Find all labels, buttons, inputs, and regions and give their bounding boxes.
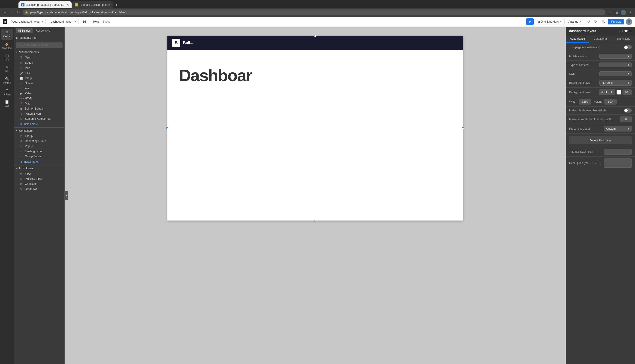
tab-appearance[interactable]: Appearance [566, 35, 589, 43]
preset-page-width-dropdown[interactable]: Custom ▼ [604, 126, 632, 132]
type-of-content-arrow: ▼ [627, 64, 630, 66]
tab-transitions[interactable]: Transitions [612, 35, 635, 43]
grid-arrow: ▼ [560, 20, 562, 23]
canvas-selection-handle-rm[interactable] [462, 127, 464, 129]
element-item-checkbox[interactable]: ☑ Checkbox [14, 181, 64, 186]
element-item-group[interactable]: □ Group [14, 134, 64, 139]
min-width-input[interactable]: 0 [620, 116, 632, 122]
sidebar-item-settings[interactable]: ⚙ Settings [1, 86, 13, 97]
profile-icon[interactable]: 👤 [621, 10, 626, 15]
help-button[interactable]: Help [91, 19, 101, 24]
element-item-input[interactable]: ▭ Input [14, 171, 64, 176]
tab2-close[interactable]: ✕ [108, 4, 110, 6]
sidebar-item-logs[interactable]: 📋 Logs [1, 98, 13, 109]
refresh-button[interactable]: ↻ [16, 10, 21, 15]
canvas-content: B Buil... Dashboar [65, 27, 566, 364]
shape-element-label: Shape [25, 82, 33, 85]
sidebar-item-design[interactable]: ⊞ Design [1, 28, 13, 40]
panel-collapse-toggle[interactable]: ◀ [65, 191, 68, 200]
element-item-group-focus[interactable]: □ Group Focus [14, 154, 64, 159]
element-item-materialicon[interactable]: ◇ Material Icon [14, 111, 64, 116]
sidebar-item-styles[interactable]: ✏ Styles [1, 63, 13, 74]
element-item-builtonbubble[interactable]: B Built on Bubble [14, 106, 64, 111]
style-dropdown[interactable]: ▼ [599, 71, 632, 76]
element-item-image[interactable]: ⬜ Image [14, 76, 64, 81]
tab-responsive[interactable]: Responsive [34, 28, 53, 33]
element-item-search[interactable]: □ Search & Autocorrect [14, 116, 64, 121]
install-more-visual[interactable]: ⊕ Install more... [14, 121, 64, 127]
help-icon[interactable]: ? [618, 29, 620, 33]
fixed-width-toggle[interactable] [624, 108, 632, 112]
element-item-repeating-group[interactable]: ⊞ Repeating Group [14, 139, 64, 144]
native-app-toggle[interactable] [624, 45, 632, 49]
input-forms-header[interactable]: ▼ Input forms [14, 166, 64, 171]
element-item-text[interactable]: T Text [14, 55, 64, 60]
design-label: Design [3, 35, 11, 38]
sidebar-item-data[interactable]: ◫ Data [1, 52, 13, 63]
redo-button[interactable]: ↻ [592, 18, 599, 25]
page-canvas[interactable]: B Buil... Dashboar [167, 36, 463, 220]
element-item-icon[interactable]: ☆ Icon [14, 65, 64, 70]
arrange-button[interactable]: Arrange ▼ [566, 19, 584, 24]
element-item-html[interactable]: </> HTML [14, 96, 64, 101]
elements-search-input[interactable] [16, 42, 63, 48]
background-color-opacity[interactable]: 100 [622, 90, 632, 95]
install-more-containers[interactable]: ⊕ Install more... [14, 159, 64, 164]
element-item-popup[interactable]: □ Popup [14, 144, 64, 149]
forward-button[interactable]: → [9, 10, 14, 15]
undo-button[interactable]: ↺ [585, 18, 592, 25]
visual-elements-header[interactable]: ▼ Visual elements [14, 49, 64, 55]
elements-tree-header[interactable]: ▶ Elements tree [14, 35, 64, 41]
element-item-map[interactable]: 📍 Map [14, 101, 64, 106]
sidebar-item-workflow[interactable]: ⚡ Workflow [1, 40, 13, 51]
close-icon[interactable]: ✕ [629, 29, 632, 33]
tab-conditional[interactable]: Conditional [589, 35, 612, 43]
undo-redo-group: ↺ ↻ [585, 18, 599, 25]
canvas-selection-handle-bm[interactable] [314, 220, 316, 222]
browser-tab-2[interactable]: T Tutorial | Buildcamp.io ✕ [72, 2, 113, 8]
browser-tab-1[interactable]: B Buildcamp-tutorials | Bubble E... ✕ [19, 2, 72, 8]
search-button[interactable]: 🔍 [600, 18, 606, 25]
delete-page-button[interactable]: Delete this page [569, 136, 632, 144]
page-selector[interactable]: Page: dashboard-layout ▼ [9, 19, 46, 24]
seo-description-input[interactable] [604, 158, 632, 168]
element-item-link[interactable]: 🔗 Link [14, 70, 64, 76]
canvas-selection-handle-tm[interactable] [314, 35, 316, 37]
tab-ui-builder[interactable]: UI Builder [16, 28, 33, 33]
type-of-content-dropdown[interactable]: ▼ [599, 62, 632, 67]
mobile-version-dropdown[interactable]: ▼ [599, 54, 632, 58]
bookmark-icon[interactable]: ☆ [607, 10, 612, 15]
width-input[interactable]: 1280 [579, 99, 591, 104]
menu-icon[interactable]: ⋮ [627, 10, 633, 15]
sidebar-item-plugins[interactable]: 🔌 Plugins [1, 75, 13, 86]
containers-header[interactable]: ▼ Containers [14, 128, 64, 134]
element-item-multiline-input[interactable]: ▭ Multiline Input [14, 176, 64, 181]
back-button[interactable]: ← [2, 10, 8, 15]
element-item-button[interactable]: ▭ Button [14, 60, 64, 65]
canvas-selection-handle-lm[interactable] [166, 127, 168, 129]
element-item-shape[interactable]: □ Shape [14, 81, 64, 86]
new-tab-button[interactable]: + [113, 2, 120, 8]
button-element-icon: ▭ [20, 61, 23, 64]
element-item-video[interactable]: ▶ Video [14, 91, 64, 96]
element-item-alert[interactable]: ⚠ Alert [14, 86, 64, 91]
height-input[interactable]: 800 [604, 99, 616, 104]
user-avatar[interactable]: 👤 [626, 18, 632, 25]
extensions-icon[interactable]: ⊞ [614, 10, 619, 15]
background-color-swatch[interactable] [616, 90, 621, 94]
seo-title-input[interactable] [604, 149, 632, 154]
preview-button[interactable]: Preview [608, 19, 624, 24]
info-icon[interactable]: ℹ [621, 29, 623, 33]
page-name-selector[interactable]: dashboard-layout ▼ [49, 19, 79, 24]
grid-borders-button[interactable]: ⊞ Grid & borders ▼ [535, 19, 565, 24]
element-item-floating-group[interactable]: □ Floating Group [14, 149, 64, 154]
edit-button[interactable]: Edit [80, 19, 90, 24]
address-bar[interactable]: 🔒 /page?type=page&name=dashboard-layout&… [23, 10, 605, 16]
background-style-dropdown[interactable]: Flat color ▼ [599, 80, 632, 86]
comment-icon[interactable]: 💬 [624, 29, 628, 33]
min-width-label: Minimum width (% of current width) [569, 118, 619, 121]
tab1-close[interactable]: ✕ [67, 4, 69, 6]
bubble-version-button[interactable]: v [526, 18, 534, 25]
grid-borders-label: Grid & borders [541, 20, 559, 23]
element-item-dropdown[interactable]: ▽ Dropdown [14, 186, 64, 192]
